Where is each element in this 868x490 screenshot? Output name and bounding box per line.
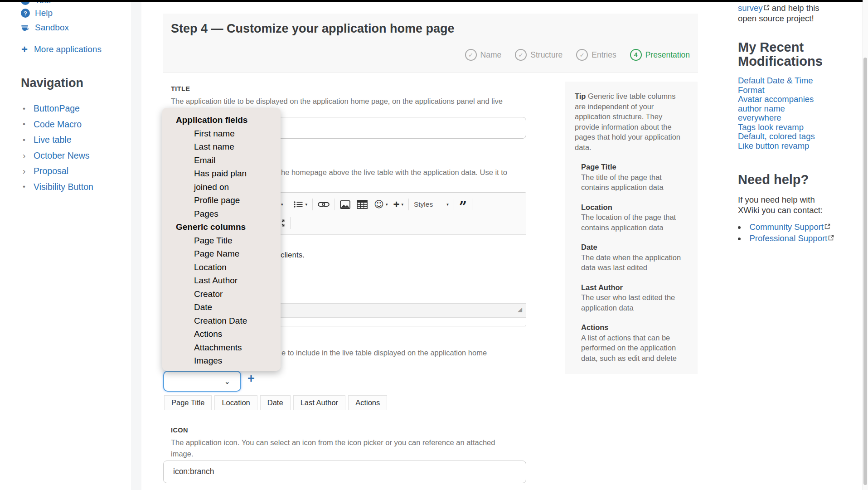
bullet-icon: • — [22, 136, 26, 145]
resize-handle-icon[interactable]: ◢ — [518, 306, 522, 313]
tip-term: Date — [581, 242, 688, 252]
wizard-step-entries[interactable]: ✓ Entries — [576, 49, 616, 61]
recent-modifications-title: My Recent Modifications — [738, 40, 859, 68]
recent-link[interactable]: Tags look revamp — [738, 123, 859, 132]
popup-group-header: Generic columns — [162, 220, 281, 234]
toolbar-separator — [335, 199, 335, 210]
sidebar-item-live-table[interactable]: • Live table — [22, 135, 93, 145]
sidebar-item-buttonpage[interactable]: • ButtonPage — [22, 103, 93, 114]
image-button[interactable] — [340, 200, 350, 209]
recent-link[interactable]: Default, colored tags — [738, 132, 859, 141]
recent-link[interactable]: Avatar accompaniesauthor nameeverywhere — [738, 95, 859, 123]
link-button[interactable] — [318, 201, 330, 208]
column-tag[interactable]: Actions — [348, 395, 387, 410]
professional-support-link[interactable]: Professional Support — [750, 233, 828, 243]
popup-option[interactable]: Attachments — [162, 341, 281, 354]
column-tag[interactable]: Page Title — [164, 395, 212, 410]
title-field-description: The application title to be displayed on… — [171, 97, 503, 106]
bulleted-list-button[interactable]: ▾ — [293, 201, 307, 208]
popup-option[interactable]: Location — [162, 261, 281, 274]
wizard-step-structure[interactable]: ✓ Structure — [515, 49, 563, 61]
toolbar-separator — [454, 199, 454, 210]
wizard-step-name[interactable]: ✓ Name — [465, 49, 502, 61]
columns-field-description: e to include in the live table displayed… — [281, 349, 487, 357]
popup-option[interactable]: Creator — [162, 287, 281, 301]
styles-dropdown[interactable]: Styles ▾ — [414, 200, 449, 209]
help-links-list: Community Support Professional Support — [738, 222, 835, 243]
navigation-tree: • ButtonPage • Code Macro • Live table ›… — [22, 103, 93, 192]
caret-down-icon: ▾ — [401, 202, 403, 207]
popup-option[interactable]: Has paid plan — [162, 167, 281, 180]
emoji-button[interactable]: ☺ ▾ — [374, 200, 388, 209]
add-column-button[interactable]: + — [247, 372, 255, 386]
tip-definition: A list of actions that can be performed … — [581, 333, 688, 364]
survey-link[interactable]: survey — [738, 3, 763, 13]
tip-label: Tip — [575, 92, 586, 100]
community-support-link[interactable]: Community Support — [750, 222, 824, 232]
chevron-right-icon: › — [22, 166, 26, 176]
insert-more-button[interactable]: + ▾ — [393, 200, 403, 209]
nav-item-label: Visibility Button — [34, 182, 93, 192]
tip-panel: Tip Generic live table columns are indep… — [565, 82, 698, 374]
popup-option[interactable]: Actions — [162, 327, 281, 341]
step-label: Name — [480, 50, 502, 60]
sidebar-item-label: Sandbox — [35, 23, 69, 33]
right-panel: survey and help this open source project… — [738, 3, 859, 244]
popup-option[interactable]: Profile page — [162, 194, 281, 207]
popup-option[interactable]: Images — [162, 354, 281, 368]
tip-definition: The location of the page that contains a… — [581, 212, 688, 233]
caret-down-icon: ▾ — [386, 202, 388, 207]
blockquote-button[interactable]: ” — [459, 200, 467, 209]
popup-option[interactable]: Email — [162, 154, 281, 167]
icon-field-description-line2: image. — [171, 450, 194, 458]
sidebar-item-visibility-button[interactable]: • Visibility Button — [22, 182, 93, 192]
table-button[interactable] — [357, 200, 368, 209]
window-top-edge — [0, 0, 863, 2]
sidebar-item-october-news[interactable]: › October News — [22, 150, 93, 161]
styles-dropdown-label: Styles — [414, 200, 433, 209]
tip-entry: Last Author The user who last edited the… — [581, 282, 688, 313]
tip-entry: Actions A list of actions that can be pe… — [581, 322, 688, 363]
sidebar-item-help[interactable]: ? Help — [21, 8, 53, 18]
toolbar-separator — [288, 199, 288, 210]
tip-entry: Date The date when the application data … — [581, 242, 688, 273]
toolbar-separator — [290, 217, 291, 229]
tip-entry: Location The location of the page that c… — [581, 202, 688, 233]
tip-entry: Page Title The title of the page that co… — [581, 162, 688, 193]
toolbar-separator — [472, 199, 472, 210]
popup-option[interactable]: Last Author — [162, 274, 281, 287]
emoji-smile-icon: ☺ — [374, 200, 384, 209]
wizard-step-presentation[interactable]: 4 Presentation — [630, 49, 690, 61]
popup-option[interactable]: joined on — [162, 180, 281, 194]
bullet-icon: • — [22, 120, 26, 129]
popup-option[interactable]: First name — [162, 127, 281, 141]
popup-option[interactable]: Date — [162, 301, 281, 314]
caret-down-icon: ▾ — [281, 202, 283, 207]
recent-link[interactable]: Default Date & TimeFormat — [738, 76, 859, 95]
caret-down-icon: ▾ — [305, 202, 307, 207]
sidebar-item-sandbox[interactable]: Sandbox — [21, 23, 69, 33]
editor-content[interactable]: clients. — [281, 251, 305, 260]
step-number-circle-icon: 4 — [630, 49, 642, 61]
popup-option[interactable]: Last name — [162, 140, 281, 154]
scrollbar-thumb[interactable] — [863, 58, 867, 485]
popup-option[interactable]: Creation Date — [162, 314, 281, 328]
xwiki-app-wizard-screen: ➜ Tour ? Help Sandbox + More application… — [0, 0, 868, 490]
popup-option[interactable]: Page Title — [162, 234, 281, 247]
recent-link[interactable]: Like button revamp — [738, 141, 859, 151]
column-select-popup: Application fields First name Last name … — [162, 108, 281, 371]
popup-option[interactable]: Pages — [162, 207, 281, 221]
add-column-select[interactable]: ⌄ — [163, 371, 241, 392]
popup-option[interactable]: Page Name — [162, 247, 281, 261]
sidebar-item-code-macro[interactable]: • Code Macro — [22, 119, 93, 130]
icon-input[interactable]: icon:branch — [163, 461, 526, 483]
column-tag[interactable]: Location — [214, 395, 257, 410]
chevron-right-icon: › — [22, 150, 26, 161]
tip-term: Page Title — [581, 162, 688, 172]
column-tag[interactable]: Last Author — [293, 395, 345, 410]
sidebar-item-proposal[interactable]: › Proposal — [22, 166, 93, 176]
column-tags: Page Title Location Date Last Author Act… — [164, 395, 387, 410]
nav-item-label: ButtonPage — [34, 103, 80, 114]
step-label: Presentation — [645, 50, 690, 60]
column-tag[interactable]: Date — [260, 395, 291, 410]
